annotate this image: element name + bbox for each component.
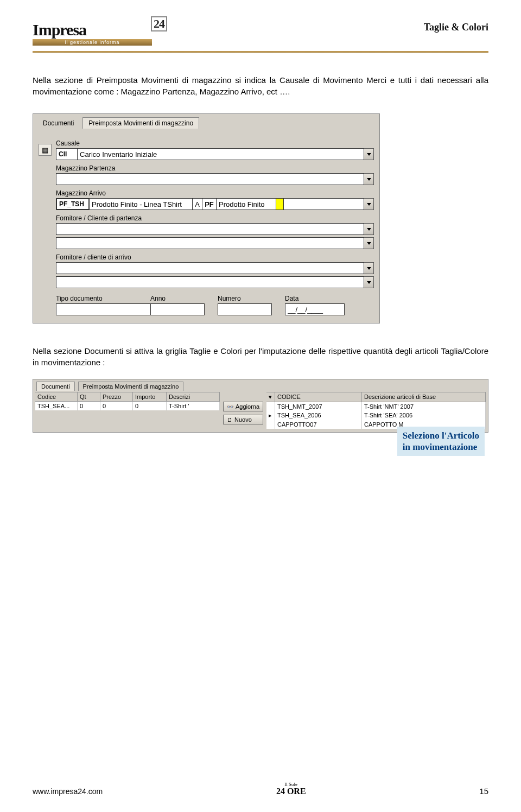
mag-arrivo-label: Magazzino Arrivo	[56, 189, 374, 197]
causale-dropdown[interactable]	[364, 148, 374, 160]
section-title: Taglie & Colori	[424, 22, 488, 33]
callout-box: Seleziono l'Articolo in movimentazione	[397, 427, 485, 456]
logo-24: 24	[151, 16, 167, 31]
forn-arrivo-input-2[interactable]	[56, 276, 364, 288]
row-prezzo: 0	[100, 402, 133, 410]
callout-l2: in movimentazione	[403, 441, 479, 453]
arrivo-desc1: Prodotto Finito - Linea TShirt	[92, 200, 182, 208]
data-input[interactable]	[285, 303, 345, 315]
nuovo-button[interactable]: 🗋 Nuovo	[223, 415, 263, 424]
col-arrow[interactable]: ▾	[266, 392, 275, 402]
binoculars-icon: 👓	[227, 404, 233, 410]
list-item[interactable]: ▸ TSH_SEA_2006 T-Shirt 'SEA' 2006	[266, 411, 486, 420]
col-descrizi[interactable]: Descrizi	[167, 392, 220, 401]
aggiorna-label: Aggiorna	[236, 403, 259, 410]
forn-partenza-dropdown-2[interactable]	[364, 237, 374, 249]
mag-partenza-input[interactable]	[56, 173, 364, 185]
anno-input[interactable]	[150, 303, 205, 315]
mag-partenza-dropdown[interactable]	[364, 173, 374, 185]
col-codice[interactable]: Codice	[35, 392, 78, 401]
r2-code: CAPPOTTO07	[275, 420, 362, 429]
header-logo: Impresa 24 il gestionale informa	[33, 22, 152, 46]
mag-partenza-label: Magazzino Partenza	[56, 164, 374, 172]
forn-arrivo-label: Fornitore / cliente di arrivo	[56, 253, 374, 261]
r0-code: TSH_NMT_2007	[275, 402, 362, 411]
data-label: Data	[285, 295, 345, 302]
form-preimposta: Documenti Preimposta Movimenti di magazz…	[33, 113, 380, 323]
tab2-documenti[interactable]: Documenti	[36, 382, 75, 391]
tipo-doc-input[interactable]	[56, 303, 153, 315]
arrivo-code: PF_TSH	[59, 200, 86, 208]
arrivo-col-pf: PF	[205, 200, 214, 208]
tab-documenti[interactable]: Documenti	[39, 118, 78, 129]
anno-label: Anno	[150, 295, 205, 302]
forn-partenza-label: Fornitore / Cliente di partenza	[56, 214, 374, 222]
forn-arrivo-dropdown-2[interactable]	[364, 276, 374, 288]
col-desc-r[interactable]: Descrizione articoli di Base	[362, 392, 486, 402]
callout-l1: Seleziono l'Articolo	[403, 430, 479, 441]
footer-url: www.impresa24.com	[33, 787, 103, 796]
tab-preimposta[interactable]: Preimposta Movimenti di magazzino	[82, 117, 199, 129]
nuovo-label: Nuovo	[234, 416, 252, 423]
grid-icon[interactable]: ▦	[39, 144, 52, 156]
header-divider	[33, 51, 488, 53]
forn-arrivo-input-1[interactable]	[56, 262, 364, 274]
causale-code: CII	[59, 150, 68, 158]
forn-partenza-input-1[interactable]	[56, 223, 364, 235]
logo-tagline: il gestionale informa	[33, 39, 152, 46]
row-importo: 0	[133, 402, 167, 410]
tipo-doc-label: Tipo documento	[56, 295, 137, 302]
r0-desc: T-Shirt 'NMT' 2007	[362, 402, 486, 411]
row-descrizi: T-Shirt '	[167, 402, 220, 410]
list-item[interactable]: TSH_NMT_2007 T-Shirt 'NMT' 2007	[266, 402, 486, 411]
col-codice-r[interactable]: CODICE	[275, 392, 362, 402]
row-qt: 0	[78, 402, 100, 410]
page-number: 15	[479, 786, 488, 796]
col-qt[interactable]: Qt	[78, 392, 100, 401]
logo-text: Impresa	[33, 21, 86, 39]
r1-code: TSH_SEA_2006	[275, 411, 362, 420]
forn-arrivo-dropdown-1[interactable]	[364, 262, 374, 274]
sole-big: 24 ORE	[276, 787, 306, 796]
r1-desc: T-Shirt 'SEA' 2006	[362, 411, 486, 420]
causale-desc: Carico Inventario Iniziale	[80, 150, 157, 158]
col-prezzo[interactable]: Prezzo	[100, 392, 133, 401]
numero-input[interactable]	[218, 303, 272, 315]
causale-label: Causale	[56, 139, 374, 147]
aggiorna-button[interactable]: 👓 Aggiorna	[223, 402, 263, 411]
new-icon: 🗋	[227, 417, 232, 423]
arrivo-dropdown[interactable]	[364, 198, 374, 210]
paragraph-2: Nella sezione Documenti si attiva la gri…	[33, 345, 488, 368]
arrivo-col-a: A	[195, 200, 200, 208]
footer-logo: Il Sole 24 ORE	[276, 782, 306, 796]
table-row[interactable]: TSH_SEA... 0 0 0 T-Shirt '	[35, 402, 220, 410]
arrivo-desc2: Prodotto Finito	[219, 200, 265, 208]
tab2-preimposta[interactable]: Preimposta Movimenti di magazzino	[78, 382, 184, 391]
form-documenti: Documenti Preimposta Movimenti di magazz…	[33, 379, 488, 433]
forn-partenza-dropdown-1[interactable]	[364, 223, 374, 235]
col-importo[interactable]: Importo	[133, 392, 167, 401]
row-codice: TSH_SEA...	[35, 402, 78, 410]
arrivo-highlight	[276, 198, 284, 210]
numero-label: Numero	[218, 295, 272, 302]
paragraph-1: Nella sezione di Preimposta Movimenti di…	[33, 74, 488, 97]
forn-partenza-input-2[interactable]	[56, 237, 364, 249]
